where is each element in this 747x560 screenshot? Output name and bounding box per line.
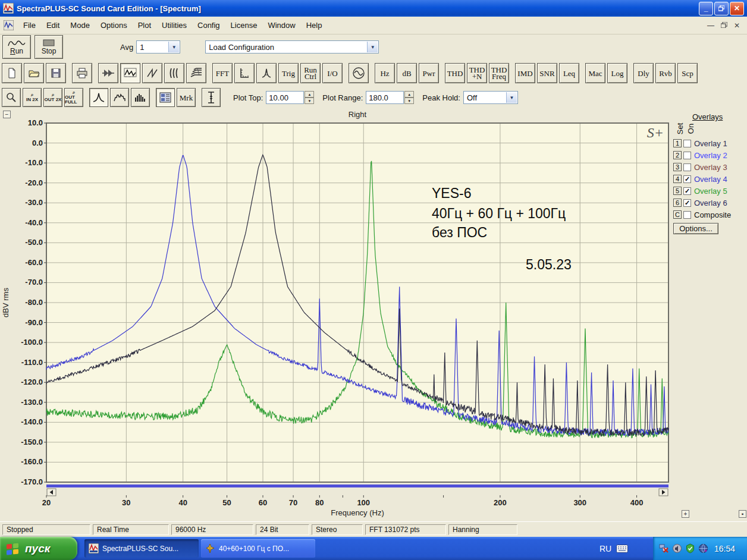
close-button[interactable]: ✕ — [730, 2, 744, 15]
collapse-plot-button[interactable]: − — [3, 111, 11, 118]
network-offline-icon[interactable] — [659, 543, 669, 553]
menu-file[interactable]: File — [18, 18, 41, 32]
logging-button[interactable]: Log — [607, 63, 627, 83]
overlay-4-checkbox[interactable] — [683, 175, 691, 183]
bar-plot-button[interactable] — [131, 88, 150, 107]
hz-units-button[interactable]: Hz — [375, 63, 395, 83]
reverb-button[interactable]: Rvb — [655, 63, 676, 83]
peak-hold-select[interactable]: Off ▼ — [463, 91, 518, 104]
surface-view-button[interactable] — [186, 63, 206, 83]
octave-plot-button[interactable] — [110, 88, 129, 107]
clock[interactable]: 16:54 — [714, 544, 735, 553]
composite-set-button[interactable]: C — [673, 210, 682, 219]
zoom-button[interactable] — [2, 88, 21, 107]
plot-top-input[interactable]: 10.00 — [266, 91, 304, 104]
snr-button[interactable]: SNR — [537, 63, 557, 83]
x-scrollbar[interactable] — [46, 485, 668, 487]
overlay-5-set-button[interactable]: 5 — [673, 187, 682, 195]
antivirus-icon[interactable] — [685, 543, 695, 553]
thd-button[interactable]: THD — [445, 63, 465, 83]
menu-edit[interactable]: Edit — [41, 18, 65, 32]
taskbar-item-document[interactable]: 40+60+100 Гц с ПО... — [201, 539, 315, 558]
fft-settings-button[interactable]: FFT — [212, 63, 233, 83]
overlay-4-set-button[interactable]: 4 — [673, 175, 682, 183]
spin-down-icon[interactable]: ▼ — [305, 97, 314, 104]
spectrum-view-button[interactable] — [120, 63, 140, 83]
run-control-button[interactable]: Run Ctrl — [300, 63, 321, 83]
overlay-2-set-button[interactable]: 2 — [673, 151, 682, 159]
menu-config[interactable]: Config — [192, 18, 225, 32]
zoom-out-2x-button[interactable]: ⌕OUT 2X — [43, 88, 62, 107]
minimize-button[interactable]: _ — [699, 2, 713, 15]
menu-utilities[interactable]: Utilities — [156, 18, 192, 32]
save-button[interactable] — [46, 63, 66, 83]
status-window-function: Hanning — [448, 524, 517, 535]
io-device-button[interactable]: I/O — [322, 63, 343, 83]
imd-button[interactable]: IMD — [515, 63, 535, 83]
trigger-button[interactable]: Trig — [278, 63, 299, 83]
x-axis-label: Frequency (Hz) — [331, 508, 384, 517]
weighting-filter-button[interactable] — [256, 63, 277, 83]
menu-help[interactable]: Help — [301, 18, 328, 32]
plot-top-spinner[interactable]: ▲▼ — [305, 91, 314, 104]
overlay-1-set-button[interactable]: 1 — [673, 139, 682, 147]
overlay-6-checkbox[interactable] — [683, 199, 691, 207]
overlay-6-set-button[interactable]: 6 — [673, 199, 682, 207]
volume-icon[interactable] — [672, 543, 682, 553]
leq-button[interactable]: Leq — [559, 63, 579, 83]
scope-button[interactable]: Scp — [677, 63, 698, 83]
mdi-minimize-button[interactable]: — — [707, 21, 715, 30]
plot-range-input[interactable]: 180.0 — [366, 91, 404, 104]
macro-button[interactable]: Mac — [585, 63, 605, 83]
load-configuration-select[interactable]: Load Configuration ▼ — [205, 40, 379, 54]
overlay-1-checkbox[interactable] — [683, 140, 691, 147]
overlay-3-set-button[interactable]: 3 — [673, 163, 682, 171]
signal-generator-button[interactable] — [349, 63, 369, 83]
zoom-in-2x-button[interactable]: ⌕IN 2X — [23, 88, 42, 107]
zoom-out-full-button[interactable]: ⌕OUT FULL — [64, 88, 83, 107]
delay-button[interactable]: Dly — [633, 63, 654, 83]
mdi-restore-button[interactable] — [720, 21, 728, 30]
spectrogram-view-button[interactable] — [164, 63, 184, 83]
time-series-view-button[interactable] — [98, 63, 118, 83]
taskbar-item-spectraplus[interactable]: SpectraPLUS-SC Sou... — [84, 539, 199, 558]
spectral-data-list-button[interactable] — [156, 88, 175, 107]
language-indicator[interactable]: RU — [600, 537, 628, 560]
overlay-3-checkbox[interactable] — [683, 163, 691, 171]
open-file-button[interactable] — [24, 63, 44, 83]
narrowband-plot-button[interactable] — [89, 88, 108, 107]
thd-freq-button[interactable]: THD Freq — [489, 63, 509, 83]
cursor-readout-button[interactable] — [202, 88, 221, 107]
overlays-title[interactable]: Overlays — [692, 112, 723, 121]
menu-window[interactable]: Window — [262, 18, 300, 32]
menu-license[interactable]: License — [225, 18, 263, 32]
mdi-close-button[interactable]: ✕ — [733, 21, 741, 30]
run-button[interactable]: Run — [2, 35, 31, 59]
overlay-options-button[interactable]: Options... — [673, 223, 718, 234]
menu-mode[interactable]: Mode — [65, 18, 95, 32]
scaling-button[interactable] — [234, 63, 255, 83]
markers-button[interactable]: Mrk — [177, 88, 196, 107]
print-button[interactable] — [72, 63, 92, 83]
composite-checkbox[interactable] — [683, 211, 691, 219]
power-units-button[interactable]: Pwr — [419, 63, 439, 83]
overlay-2-checkbox[interactable] — [683, 152, 691, 159]
signal-generator-icon — [352, 67, 365, 80]
start-button[interactable]: пуск — [0, 537, 77, 560]
spin-down-icon[interactable]: ▼ — [404, 97, 414, 104]
phase-view-button[interactable] — [142, 63, 162, 83]
db-units-button[interactable]: dB — [397, 63, 417, 83]
spin-up-icon[interactable]: ▲ — [305, 91, 314, 97]
thd-n-button[interactable]: THD +N — [467, 63, 487, 83]
menu-plot[interactable]: Plot — [133, 18, 156, 32]
overlay-5-checkbox[interactable] — [683, 187, 691, 195]
new-file-button[interactable] — [2, 63, 22, 83]
avg-select[interactable]: 1 ▼ — [136, 40, 180, 54]
windows-logo-icon — [5, 541, 20, 556]
restore-button[interactable] — [714, 2, 729, 15]
menu-options[interactable]: Options — [95, 18, 133, 32]
plot-range-spinner[interactable]: ▲▼ — [404, 91, 414, 104]
stop-button[interactable]: Stop — [34, 35, 63, 59]
globe-icon[interactable] — [698, 543, 708, 553]
spin-up-icon[interactable]: ▲ — [404, 91, 414, 97]
